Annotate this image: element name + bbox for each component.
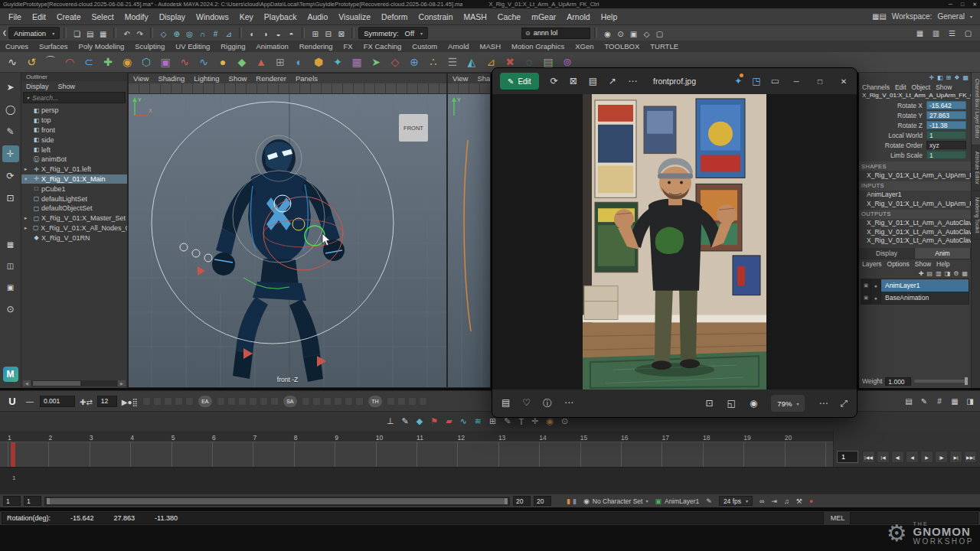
layer-solo-icon[interactable]: ● (871, 279, 881, 292)
shelf-icon[interactable]: ∴ (425, 54, 442, 70)
zoom-level-dropdown[interactable]: 79%▾ (771, 395, 805, 412)
photos-system-icon[interactable]: ✦ (734, 76, 742, 86)
animbot-tool-icon[interactable]: ⣿ (132, 398, 138, 406)
panel-tool-icon[interactable]: ▦ (949, 397, 960, 406)
playback-option-icon[interactable]: ♫ (784, 497, 789, 505)
shelf-icon[interactable]: ∿ (4, 54, 21, 70)
playback-option-icon[interactable]: ⇥ (771, 497, 777, 505)
shelf-icon[interactable]: ▲ (253, 54, 270, 70)
channel-box-menu-item[interactable]: Channels (862, 83, 890, 91)
channel-value-field[interactable]: xyz (926, 141, 966, 149)
layer-mute-icon[interactable]: ▣ (861, 292, 871, 304)
file-tool-icon[interactable]: ▦ (96, 30, 109, 38)
photos-action-icon[interactable]: ⓘ (543, 397, 552, 410)
playback-end-field[interactable]: 20 (513, 496, 531, 506)
shelf-icon[interactable]: ◠ (61, 54, 78, 70)
viewport-side[interactable]: ViewShadingLighting Y (447, 73, 491, 388)
animbot-icon[interactable]: T (519, 417, 524, 426)
panel-tool-icon[interactable]: ▤ (903, 397, 914, 406)
channel-box-tool-icon[interactable]: ✛ (929, 74, 934, 81)
expand-icon[interactable]: ▸ (24, 225, 31, 231)
layer-menu-item[interactable]: Options (887, 260, 910, 268)
toolbar-cluster[interactable] (387, 397, 427, 406)
shelf-icon[interactable]: ☰ (444, 54, 461, 70)
viewport-canvas[interactable]: Y (448, 94, 490, 387)
shelf-tab[interactable]: Motion Graphics (506, 42, 570, 51)
menu-item[interactable]: Constrain (413, 12, 459, 21)
transport-button[interactable]: ◀| (891, 451, 904, 463)
outliner-item[interactable]: ◧ top (21, 116, 127, 126)
render-icon[interactable]: ◑ (259, 30, 272, 38)
channel-value-field[interactable]: 1 (926, 151, 966, 159)
channel-box-menu-item[interactable]: Show (936, 83, 952, 91)
character-set-selector[interactable]: ◉ No Character Set ▾ (583, 497, 648, 505)
shelf-icon[interactable]: ⊕ (406, 54, 423, 70)
scroll-left-icon[interactable]: ◀ (23, 380, 31, 386)
layout-icon[interactable]: ◫ (2, 257, 19, 274)
transport-button[interactable]: |◀ (877, 451, 890, 463)
render-icon[interactable]: ◓ (285, 30, 298, 38)
animbot-icon[interactable]: ∿ (460, 416, 467, 426)
channel-row[interactable]: Local World 1 (859, 130, 971, 140)
animbot-icon[interactable]: ◆ (416, 416, 423, 426)
channel-row[interactable]: Rotate Y 27.863 (859, 110, 971, 120)
workspace-icon[interactable]: ▤ (879, 12, 886, 21)
expand-icon[interactable]: ▸ (24, 166, 31, 172)
output-node-item[interactable]: X_Rig_V_01:X_Lt_Arm_A_AutoClavUp... (859, 227, 971, 236)
menu-set-dropdown[interactable]: Animation▾ (8, 27, 60, 39)
sidebar-toggle-icon[interactable]: ☰ (946, 29, 959, 37)
status-tool-icon[interactable]: ▢ (653, 30, 666, 38)
fullscreen-icon[interactable]: ⋯ (818, 398, 828, 409)
input-node-item[interactable]: X_Rig_V_01:X_Lt_Arm_A_UpArm_FK_Ctrl... (859, 199, 971, 208)
zoom-fit-icon[interactable]: ⊡ (705, 398, 713, 409)
snap-icon[interactable]: ⊿ (222, 30, 235, 38)
layer-name[interactable]: AnimLayer1 (881, 279, 969, 292)
menu-item[interactable]: Playback (259, 12, 302, 21)
anim-layer-row[interactable]: ▣ ● BaseAnimation (861, 292, 969, 304)
outliner-item[interactable]: ◧ side (21, 135, 127, 145)
viewport-menu-item[interactable]: Lighting (189, 74, 224, 83)
file-tool-icon[interactable]: ▤ (83, 30, 96, 38)
toolbar-cluster[interactable] (302, 397, 364, 406)
layer-tool-icon[interactable]: ⚙ (953, 270, 959, 277)
animbot-icon[interactable]: ▰ (446, 416, 452, 426)
viewport-menu-item[interactable]: Shading (153, 74, 189, 83)
animbot-icon[interactable]: ⊞ (489, 416, 496, 426)
status-tool-icon[interactable]: ⊙ (614, 30, 627, 38)
viewport-front[interactable]: ViewShadingLightingShowRendererPanels (128, 73, 447, 388)
animbot-icon[interactable]: ⊥ (387, 416, 394, 426)
shelf-icon[interactable]: ⬢ (310, 54, 327, 70)
transport-button[interactable]: |◀◀ (862, 451, 875, 463)
shelf-tab[interactable]: Curves (0, 42, 34, 51)
output-node-item[interactable]: X_Rig_V_01:X_Lt_Arm_A_AutoClavUp... (859, 219, 971, 228)
fullscreen-icon[interactable]: ⤢ (840, 398, 848, 409)
photos-window[interactable]: ✎ Edit ⟳⊠▤↗⋯ frontprof.jpg ✦◳▭ ─□✕ (492, 67, 858, 418)
menu-item[interactable]: Audio (302, 12, 333, 21)
channel-value-field[interactable]: 27.863 (926, 111, 966, 119)
outliner-item[interactable]: ▾ ✛ X_Rig_V_01:X_Main (21, 174, 127, 184)
snap-icon[interactable]: ⊕ (170, 30, 183, 38)
shelf-icon[interactable]: ◭ (463, 54, 480, 70)
bookmark-icon[interactable]: ▮ (573, 497, 577, 505)
photos-title-bar[interactable]: ✎ Edit ⟳⊠▤↗⋯ frontprof.jpg ✦◳▭ ─□✕ (492, 68, 857, 94)
shelf-tab[interactable]: MASH (475, 42, 506, 51)
photos-action-icon[interactable]: ▤ (501, 397, 510, 410)
outliner-item[interactable]: ▸ ▢ X_Rig_V_01:X_All_Nodes_Co (21, 223, 127, 233)
viewport-menu-item[interactable]: Panels (291, 74, 322, 83)
transport-button[interactable]: |▶ (935, 451, 948, 463)
photo-viewer-area[interactable] (492, 94, 857, 390)
status-tool-icon[interactable]: ◉ (601, 30, 614, 38)
shelf-tab[interactable]: Rigging (215, 42, 250, 51)
status-tool-icon[interactable]: ▣ (627, 30, 640, 38)
layer-tool-icon[interactable]: ▥ (936, 270, 942, 277)
animbot-icon[interactable]: ≋ (475, 416, 482, 426)
channel-box-tool-icon[interactable]: ◧ (937, 74, 943, 81)
shelf-icon[interactable]: ◐ (291, 54, 308, 70)
window-control-icon[interactable]: □ (815, 77, 825, 86)
playback-start-field[interactable]: 1 (24, 496, 41, 506)
undo-redo-icon[interactable]: ↷ (133, 30, 146, 38)
shelf-icon[interactable]: ✦ (329, 54, 346, 70)
outliner-item[interactable]: ◧ left (21, 145, 127, 155)
viewport-toolbar[interactable] (448, 83, 490, 94)
input-node-item[interactable]: AnimLayer1 (859, 191, 971, 200)
